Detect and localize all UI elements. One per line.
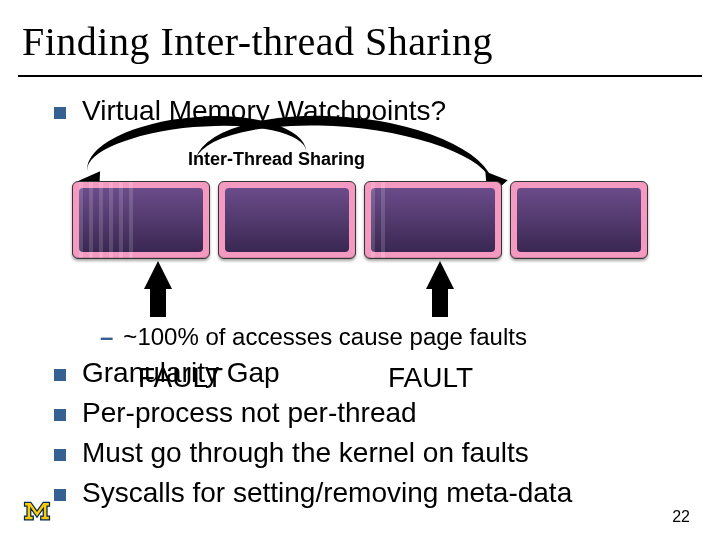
memory-page (364, 181, 502, 259)
bullet-icon (54, 107, 66, 119)
memory-page (72, 181, 210, 259)
page-stripe (371, 182, 387, 258)
memory-page (510, 181, 648, 259)
memory-diagram: Inter-Thread Sharing (48, 131, 672, 321)
bullet-item: Syscalls for setting/removing meta-data (0, 473, 720, 513)
bullet-icon (54, 449, 66, 461)
sub-bullet-item: – ~100% of accesses cause page faults (0, 321, 720, 353)
page-inner (371, 188, 495, 252)
page-inner (517, 188, 641, 252)
page-inner (225, 188, 349, 252)
bullet-item: Must go through the kernel on faults (0, 433, 720, 473)
fault-label: FAULT (388, 362, 473, 394)
bullet-icon (54, 369, 66, 381)
bullet-item: Granularity Gap (0, 353, 720, 393)
slide: Finding Inter-thread Sharing Virtual Mem… (0, 0, 720, 540)
slide-title: Finding Inter-thread Sharing (0, 0, 720, 71)
bullet-item: Per-process not per-thread (0, 393, 720, 433)
fault-arrow-icon (144, 261, 172, 289)
fault-arrow-icon (426, 261, 454, 289)
bullet-icon (54, 409, 66, 421)
memory-blocks (72, 181, 648, 259)
memory-page (218, 181, 356, 259)
slide-number: 22 (672, 508, 690, 526)
umich-logo-icon (22, 496, 52, 526)
sub-bullet-dash-icon: – (100, 323, 113, 351)
bullet-text: Per-process not per-thread (82, 397, 417, 429)
page-stripe (79, 182, 133, 258)
sub-bullet-text: ~100% of accesses cause page faults (123, 323, 527, 351)
fault-label: FAULT (138, 362, 223, 394)
bullet-icon (54, 489, 66, 501)
slide-body: Virtual Memory Watchpoints? Inter-Thread… (0, 77, 720, 513)
bullet-text: Syscalls for setting/removing meta-data (82, 477, 572, 509)
bullet-text: Must go through the kernel on faults (82, 437, 529, 469)
